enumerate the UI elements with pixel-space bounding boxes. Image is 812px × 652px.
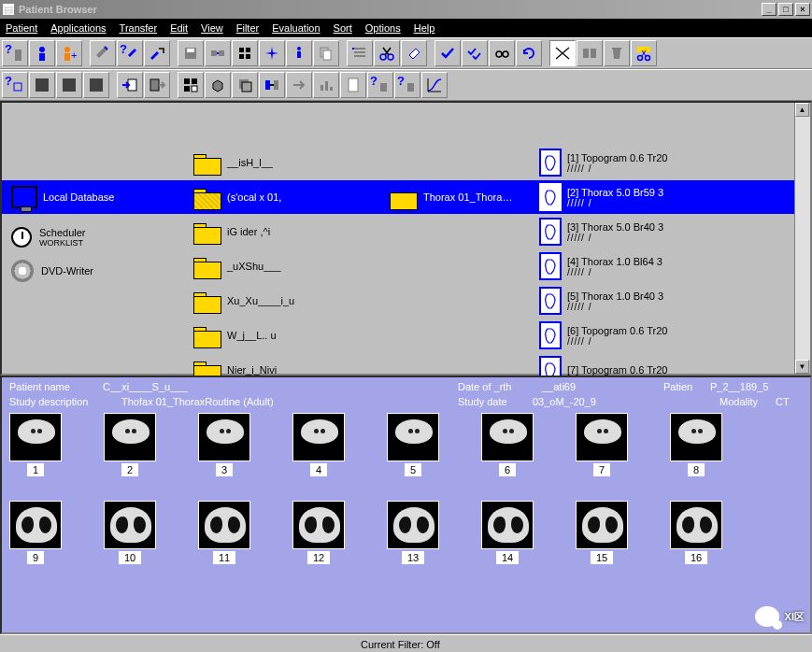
thumbnail[interactable]: 3: [198, 413, 250, 476]
series-item[interactable]: [4] Thorax 1.0 Bl64 3///// /: [539, 249, 662, 283]
folder-item[interactable]: __isH_l__: [193, 146, 273, 179]
thumbnail-image: [576, 501, 628, 549]
tool2-export[interactable]: [144, 72, 170, 98]
thumbnail[interactable]: 11: [198, 501, 250, 564]
tool-disk[interactable]: [178, 40, 204, 66]
scroll-down-icon[interactable]: ▼: [795, 360, 809, 374]
scroll-track[interactable]: [795, 117, 810, 360]
menu-view[interactable]: View: [201, 22, 223, 34]
menu-applications[interactable]: Applications: [50, 22, 106, 34]
thumbnail[interactable]: 12: [292, 501, 345, 564]
tool-spark[interactable]: [259, 40, 285, 66]
thumbnail-image: [387, 501, 439, 549]
menu-sort[interactable]: Sort: [334, 22, 352, 34]
thumbnail[interactable]: 15: [576, 501, 628, 564]
menu-transfer[interactable]: Transfer: [120, 22, 158, 34]
tool-patient-info[interactable]: [29, 40, 55, 66]
thumbnail[interactable]: 5: [387, 413, 439, 476]
thumbnail[interactable]: 8: [670, 413, 722, 476]
series-item[interactable]: [3] Thorax 5.0 Br40 3///// /: [539, 215, 663, 248]
menu-filter[interactable]: Filter: [236, 22, 259, 34]
node-scheduler[interactable]: Scheduler WORKLIST: [11, 220, 86, 254]
tool2-dark2[interactable]: [56, 72, 82, 98]
node-dvd-writer[interactable]: DVD-Writer: [11, 254, 93, 288]
thumbnail[interactable]: 13: [387, 501, 439, 564]
tool-transfer[interactable]: [205, 40, 231, 66]
tool-refresh[interactable]: [516, 40, 542, 66]
thumbnail[interactable]: 7: [576, 413, 628, 476]
menu-help[interactable]: Help: [414, 22, 435, 34]
tool2-q1[interactable]: ?: [367, 72, 393, 98]
menu-evaluation[interactable]: Evaluation: [272, 22, 320, 34]
tool-check[interactable]: [434, 40, 461, 66]
tool-person[interactable]: [286, 40, 312, 66]
tool2-chart[interactable]: [313, 72, 339, 98]
thumbnail-image: [481, 413, 534, 461]
folder-item[interactable]: _uXShu___: [193, 249, 281, 283]
value-study-desc: Thofax 01_ThoraxRoutine (Adult): [121, 396, 458, 407]
thumbnail[interactable]: 1: [9, 413, 62, 476]
thumbnail[interactable]: 10: [104, 501, 156, 564]
tool-pen-arrow[interactable]: [144, 40, 170, 66]
tool-edit-2[interactable]: ?: [117, 40, 143, 66]
value-modality: CT: [776, 396, 790, 407]
head-icon: [539, 218, 562, 246]
series-item[interactable]: [5] Thorax 1.0 Br40 3///// /: [539, 284, 663, 318]
thumbnail[interactable]: 9: [9, 501, 62, 564]
svg-rect-13: [246, 54, 250, 59]
thumbnail-label: 15: [591, 551, 613, 564]
tool2-dark1[interactable]: [29, 72, 55, 98]
close-button[interactable]: ×: [795, 3, 810, 16]
tool-checks[interactable]: [462, 40, 488, 66]
thumbnail[interactable]: 16: [670, 501, 722, 564]
tool-edit-1[interactable]: [90, 40, 116, 66]
minimize-button[interactable]: _: [762, 3, 776, 16]
tool2-viewer[interactable]: ?: [2, 72, 28, 98]
tool2-insert[interactable]: [259, 72, 285, 98]
tool2-dark3[interactable]: [83, 72, 109, 98]
tool2-q2[interactable]: ?: [394, 72, 420, 98]
thumbnail[interactable]: 4: [292, 413, 345, 476]
svg-rect-48: [407, 83, 414, 92]
thumbnail-grid: 12345678910111213141516: [2, 411, 810, 566]
tool-grid[interactable]: [232, 40, 258, 66]
folder-item[interactable]: iG ider ,^i: [193, 215, 270, 248]
series-item-selected[interactable]: [2] Thorax 5.0 Br59 3///// /: [539, 180, 663, 214]
tool2-cube[interactable]: [205, 72, 231, 98]
tool2-import[interactable]: [117, 72, 143, 98]
node-local-database[interactable]: Local Database: [11, 180, 114, 214]
tool-cut-yellow[interactable]: [631, 40, 657, 66]
tool-patient-query[interactable]: ?: [2, 40, 28, 66]
vertical-scrollbar[interactable]: ▲ ▼: [794, 103, 810, 374]
tool2-arrow[interactable]: [286, 72, 312, 98]
tool2-grid4[interactable]: [178, 72, 204, 98]
tool-patient-add[interactable]: +: [56, 40, 82, 66]
tree-pane[interactable]: Local Database Scheduler WORKLIST DVD-Wr…: [2, 103, 794, 374]
tool-glasses[interactable]: [489, 40, 515, 66]
menu-patient[interactable]: Patient: [6, 22, 37, 34]
tool-cut[interactable]: [374, 40, 400, 66]
menu-edit[interactable]: Edit: [170, 22, 188, 34]
tool2-doc[interactable]: [340, 72, 366, 98]
tool2-curve[interactable]: [421, 72, 448, 98]
tool-panels[interactable]: [577, 40, 603, 66]
tool-trash[interactable]: [604, 40, 630, 66]
series-item[interactable]: [6] Topogram 0.6 Tr20///// /: [539, 319, 667, 352]
scroll-up-icon[interactable]: ▲: [795, 103, 809, 117]
folder-item-selected[interactable]: (s'ocal x 01,: [193, 180, 281, 214]
tool-x-active[interactable]: [549, 40, 576, 66]
thumbnail[interactable]: 2: [104, 413, 156, 476]
thumbnail[interactable]: 6: [481, 413, 534, 476]
menu-options[interactable]: Options: [365, 22, 401, 34]
thumbnail[interactable]: 14: [481, 501, 534, 564]
maximize-button[interactable]: □: [778, 3, 793, 16]
study-selected[interactable]: Thorax 01_Thora…: [390, 180, 512, 214]
folder-item[interactable]: Xu_Xu____i_u: [193, 284, 294, 318]
tool-list[interactable]: [347, 40, 373, 66]
svg-rect-43: [321, 85, 323, 91]
series-item[interactable]: [1] Topogram 0.6 Tr20///// /: [539, 146, 667, 179]
folder-item[interactable]: W_j__L.. u: [193, 319, 277, 352]
tool-copy[interactable]: [313, 40, 339, 66]
tool-eraser[interactable]: [401, 40, 427, 66]
tool2-layers[interactable]: [232, 72, 258, 98]
